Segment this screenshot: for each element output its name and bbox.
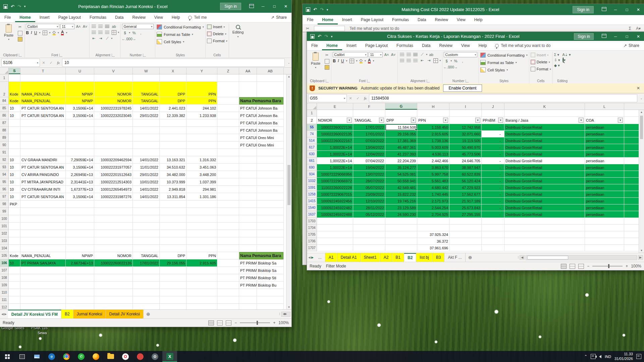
paste-button[interactable]: Paste ▾ xyxy=(309,52,322,70)
cell[interactable] xyxy=(66,267,94,274)
cell[interactable]: 24.590.230 xyxy=(385,211,417,218)
cell[interactable]: PT CATUR SENTOSA AN xyxy=(20,112,66,119)
cell[interactable]: 7,29059E+14 xyxy=(66,156,94,164)
cell[interactable] xyxy=(482,218,504,225)
page-layout-view-icon[interactable] xyxy=(570,264,575,269)
cell[interactable] xyxy=(94,149,133,156)
ribbon-tab[interactable]: Review xyxy=(435,41,457,50)
column-header[interactable]: AA xyxy=(239,68,257,74)
cell[interactable] xyxy=(482,245,504,251)
opera-app-button[interactable]: O xyxy=(118,351,133,362)
cell[interactable] xyxy=(217,230,239,237)
cell[interactable] xyxy=(186,304,217,309)
filter-dropdown-icon[interactable]: ▼ xyxy=(411,118,416,123)
cell[interactable]: 50.558.941 xyxy=(385,178,417,184)
cell[interactable]: Johnson Ba xyxy=(257,112,284,119)
cell[interactable]: NOMOR xyxy=(94,252,133,259)
cell[interactable]: Kode xyxy=(9,82,20,97)
cell[interactable] xyxy=(257,74,284,82)
cell[interactable]: 19.745.216 xyxy=(385,198,417,204)
cell[interactable]: 34.510.632 xyxy=(160,164,186,171)
row-header[interactable]: 101 xyxy=(0,223,9,230)
row-header[interactable]: 74 xyxy=(307,131,317,137)
cell[interactable]: - xyxy=(482,211,504,218)
cell[interactable]: 13.163.321 xyxy=(160,156,186,164)
maximize-button[interactable]: □ xyxy=(621,33,633,40)
cell[interactable]: 37.925.324 xyxy=(417,231,449,238)
cell[interactable] xyxy=(217,245,239,252)
cell[interactable]: Distribusi Grosir/Retail xyxy=(504,144,585,151)
row-header[interactable]: 107 xyxy=(0,267,9,274)
mail-app-button[interactable] xyxy=(30,351,44,362)
ribbon-tab[interactable]: Help xyxy=(474,41,491,50)
cell[interactable]: 07/04/2022 xyxy=(353,158,385,164)
cell[interactable] xyxy=(239,171,257,178)
cell[interactable] xyxy=(353,238,385,245)
cell[interactable] xyxy=(257,171,284,178)
enter-icon[interactable]: ✓ xyxy=(47,58,55,67)
cell[interactable]: PT CATUR xyxy=(239,141,257,149)
cell[interactable]: 11/01/2022 xyxy=(133,164,160,171)
cell[interactable] xyxy=(257,208,284,215)
cell[interactable] xyxy=(217,171,239,178)
row-header[interactable]: 95 xyxy=(0,178,9,186)
page-break-view-icon[interactable] xyxy=(578,264,584,269)
cell[interactable]: 36.372 xyxy=(417,238,449,245)
cell[interactable] xyxy=(217,289,239,296)
cell[interactable]: persediaan xyxy=(585,158,624,164)
cell[interactable] xyxy=(66,289,94,296)
cell[interactable]: 4.536.113 xyxy=(417,151,449,158)
tell-me-box[interactable]: Tell me what you want to do xyxy=(491,43,554,50)
cell[interactable]: 45.773.506 xyxy=(449,151,482,158)
action-center-icon[interactable] xyxy=(636,354,641,359)
cell[interactable]: persediaan xyxy=(585,151,624,158)
fill-icon[interactable]: ⇩ ▾ xyxy=(554,58,560,62)
find-select-icon[interactable]: ▾ xyxy=(562,58,571,62)
cell[interactable] xyxy=(160,245,186,252)
cell[interactable]: Johnson Ba xyxy=(257,127,284,134)
format-cells-button[interactable]: Format▾ xyxy=(531,67,551,71)
cell[interactable]: Distribusi Grosir/Retail xyxy=(504,178,585,184)
sheet-tab[interactable]: B2 xyxy=(404,253,416,262)
cell[interactable] xyxy=(160,289,186,296)
shrink-font-icon[interactable]: A˅ xyxy=(82,24,88,29)
row-header[interactable]: 97 xyxy=(0,193,9,200)
cell[interactable] xyxy=(217,259,239,267)
cell[interactable] xyxy=(133,274,160,282)
cell[interactable]: 29/01/2022 xyxy=(133,171,160,178)
cell[interactable]: PT PRIMA xyxy=(239,274,257,282)
cell[interactable]: 2.442.466 xyxy=(417,158,449,164)
cell[interactable] xyxy=(217,141,239,149)
header-cell[interactable]: NOMOR▼ xyxy=(317,117,353,124)
cell[interactable]: 42.549.481 xyxy=(385,184,417,191)
cell[interactable]: 1.740.445 xyxy=(417,191,449,198)
align-right-icon[interactable] xyxy=(104,30,110,35)
cell[interactable]: 11.584.508 xyxy=(385,124,417,131)
cell[interactable]: PT PRIMA xyxy=(239,259,257,267)
cell[interactable]: 3.451.063 xyxy=(186,164,217,171)
cell[interactable]: 13/04/2022 xyxy=(353,144,385,151)
ribbon-tab[interactable]: File xyxy=(307,41,322,50)
cell[interactable]: 10 xyxy=(9,112,20,119)
cell[interactable] xyxy=(20,237,66,245)
row-header[interactable]: 110 xyxy=(0,289,9,296)
scroll-up-icon[interactable]: ▲ xyxy=(288,74,290,79)
save-icon[interactable] xyxy=(306,7,310,12)
cell[interactable] xyxy=(9,245,20,252)
row-header[interactable]: 2 xyxy=(0,82,9,97)
cell[interactable] xyxy=(9,215,20,223)
cell[interactable]: Johnson Ba xyxy=(257,105,284,112)
hidden-icons-chevron-icon[interactable]: ⌃ xyxy=(584,354,587,359)
cell[interactable] xyxy=(20,282,66,289)
cell[interactable] xyxy=(66,74,94,82)
enter-icon[interactable]: ✓ xyxy=(354,94,362,103)
italic-button[interactable]: I xyxy=(338,58,339,63)
cell[interactable] xyxy=(186,74,217,82)
column-header[interactable]: Z xyxy=(217,68,239,74)
cell[interactable] xyxy=(449,245,482,251)
cell[interactable]: 22.204.239 xyxy=(385,158,417,164)
clear-icon[interactable]: ◆ ▾ xyxy=(554,63,560,68)
tab-splitter[interactable]: ⁞ xyxy=(279,312,280,316)
increase-indent-icon[interactable]: ⇥ xyxy=(98,36,103,41)
sheet-tab[interactable]: A1 xyxy=(325,253,337,262)
